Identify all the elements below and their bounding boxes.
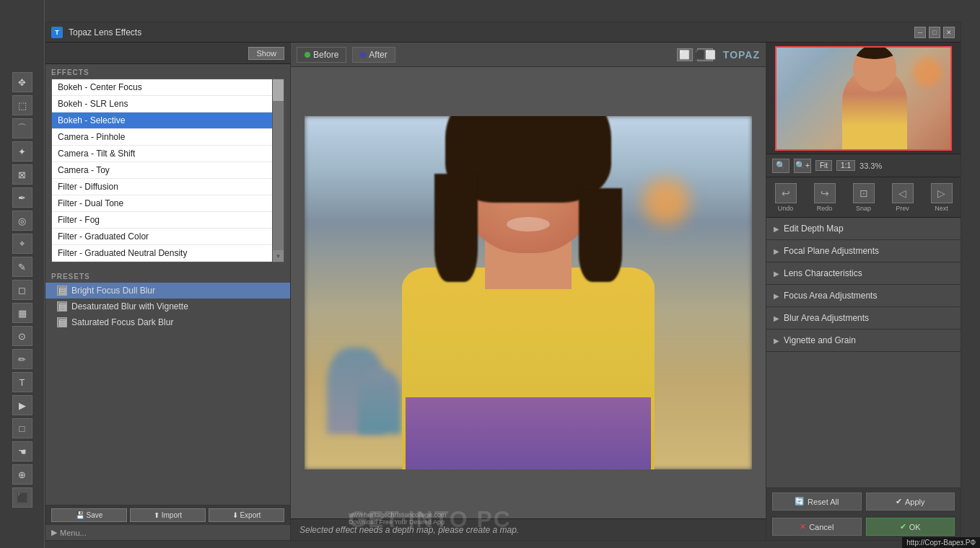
tool-spot-heal[interactable]: ◎	[12, 211, 32, 231]
close-button[interactable]: ✕	[943, 27, 955, 38]
tool-dodge[interactable]: ⊙	[12, 326, 32, 346]
maximize-button[interactable]: □	[929, 27, 940, 38]
ok-button[interactable]: ✔ OK	[866, 518, 955, 536]
ok-check-icon: ✔	[900, 522, 906, 531]
menu-button[interactable]: ▶ Menu...	[45, 525, 290, 540]
next-label: Next	[935, 205, 948, 212]
tool-move[interactable]: ✥	[12, 72, 32, 92]
tool-gradient[interactable]: ▦	[12, 303, 32, 323]
single-view-icon[interactable]: ⬜	[677, 48, 693, 61]
preset-desaturated[interactable]: ▤ Desaturated Blur with Vignette	[45, 299, 290, 314]
left-panel: Show EFFECTS Bokeh - Center Focus Bokeh …	[45, 43, 291, 540]
canvas-toolbar: Before After ⬜ ⬛⬜ TOPAZ	[291, 43, 766, 67]
preset-saturated-focus[interactable]: ▤ Saturated Focus Dark Blur	[45, 314, 290, 330]
edit-depth-map-header[interactable]: ▶ Edit Depth Map	[766, 218, 961, 239]
focus-area-header[interactable]: ▶ Focus Area Adjustments	[766, 285, 961, 306]
accordion-arrow-3: ▶	[774, 270, 779, 278]
snap-label: Snap	[856, 205, 871, 212]
edit-depth-map-title: Edit Depth Map	[784, 224, 844, 234]
show-button[interactable]: Show	[248, 47, 284, 60]
accordion-arrow-6: ▶	[774, 337, 779, 345]
snap-button[interactable]: ⊡ Snap	[847, 180, 880, 215]
effect-bokeh-slr[interactable]: Bokeh - SLR Lens	[52, 96, 272, 112]
status-text: Selected effect needs a depth map, pleas…	[299, 525, 519, 535]
preset-bright-focus[interactable]: ▤ Bright Focus Dull Blur	[45, 283, 290, 299]
tool-shape[interactable]: □	[12, 418, 32, 438]
tool-select[interactable]: ⬚	[12, 95, 32, 115]
effect-camera-tilt-shift[interactable]: Camera - Tilt & Shift	[52, 146, 272, 162]
effect-filter-dual-tone[interactable]: Filter - Dual Tone	[52, 195, 272, 212]
thumbnail-image	[775, 46, 952, 151]
app-title: Topaz Lens Effects	[69, 27, 909, 37]
vignette-title: Vignette and Grain	[784, 335, 856, 345]
cancel-ok-row: ✕ Cancel ✔ OK	[766, 515, 961, 540]
before-button[interactable]: Before	[297, 47, 346, 63]
vignette-header[interactable]: ▶ Vignette and Grain	[766, 330, 961, 351]
reset-all-button[interactable]: 🔄 Reset All	[772, 492, 862, 511]
accordion-arrow-1: ▶	[774, 225, 779, 233]
cancel-x-icon: ✕	[800, 522, 806, 531]
scroll-thumb[interactable]	[273, 79, 284, 101]
focal-plane-header[interactable]: ▶ Focal Plane Adjustments	[766, 240, 961, 262]
tool-fg-bg[interactable]: ⬛	[12, 487, 32, 508]
download-text: Download Free Your Desired App	[349, 518, 447, 526]
effect-filter-diffusion[interactable]: Filter - Diffusion	[52, 179, 272, 195]
blur-area-header[interactable]: ▶ Blur Area Adjustments	[766, 307, 961, 329]
title-bar: T Topaz Lens Effects ─ □ ✕	[45, 22, 961, 43]
apply-button[interactable]: ✔ Apply	[866, 492, 955, 511]
tool-eyedropper[interactable]: ✒	[12, 187, 32, 208]
effects-scrollbar[interactable]: ▲ ▼	[273, 79, 284, 262]
presets-label: PRESETS	[45, 268, 290, 283]
effects-list-wrapper: Bokeh - Center Focus Bokeh - SLR Lens Bo…	[51, 79, 284, 262]
scroll-down-arrow[interactable]: ▼	[273, 250, 284, 262]
canvas-area: Before After ⬜ ⬛⬜ TOPAZ	[291, 43, 766, 540]
tool-brush[interactable]: ⌖	[12, 234, 32, 254]
undo-button[interactable]: ↩ Undo	[769, 180, 802, 215]
next-icon: ▷	[931, 183, 953, 203]
tool-crop[interactable]: ⊠	[12, 164, 32, 185]
tool-pen[interactable]: ✏	[12, 349, 32, 369]
save-button[interactable]: 💾 Save	[51, 508, 127, 522]
effect-camera-toy[interactable]: Camera - Toy	[52, 162, 272, 179]
preset-bright-focus-label: Bright Focus Dull Blur	[71, 286, 155, 296]
cancel-button[interactable]: ✕ Cancel	[772, 518, 862, 536]
tool-zoom[interactable]: ⊕	[12, 464, 32, 485]
zoom-1-1-button[interactable]: 1:1	[836, 160, 855, 171]
plugin-window: T Topaz Lens Effects ─ □ ✕ Show EFFECTS …	[45, 22, 961, 541]
zoom-controls: 🔍 🔍+ Fit 1:1 33.3%	[766, 154, 961, 177]
tool-lasso[interactable]: ⌒	[12, 118, 32, 138]
import-button[interactable]: ⬆ Import	[130, 508, 206, 522]
tool-path-select[interactable]: ▶	[12, 395, 32, 415]
tool-text[interactable]: T	[12, 372, 32, 392]
focal-plane-title: Focal Plane Adjustments	[784, 246, 879, 256]
apply-label: Apply	[905, 498, 925, 506]
accordion-arrow-5: ▶	[774, 314, 779, 322]
zoom-out-button[interactable]: 🔍	[772, 159, 789, 173]
split-view-icon[interactable]: ⬛⬜	[697, 48, 713, 61]
prev-button[interactable]: ◁ Prev	[886, 180, 919, 215]
lens-char-header[interactable]: ▶ Lens Characteristics	[766, 262, 961, 284]
tool-magic-wand[interactable]: ✦	[12, 141, 32, 162]
topaz-logo: TOPAZ	[723, 49, 760, 61]
redo-button[interactable]: ↪ Redo	[808, 180, 841, 215]
next-button[interactable]: ▷ Next	[925, 180, 958, 215]
effect-camera-pinhole[interactable]: Camera - Pinhole	[52, 129, 272, 146]
effect-bokeh-center[interactable]: Bokeh - Center Focus	[52, 79, 272, 96]
tool-clone[interactable]: ✎	[12, 257, 32, 277]
effect-filter-grad-neutral[interactable]: Filter - Graduated Neutral Density	[52, 245, 272, 262]
after-button[interactable]: After	[352, 47, 395, 63]
effect-filter-fog[interactable]: Filter - Fog	[52, 212, 272, 229]
thumbnail-preview	[766, 43, 961, 154]
effect-filter-grad-color[interactable]: Filter - Graduated Color	[52, 229, 272, 245]
website-bar: www.heritagechristiancollege.com Downloa…	[349, 511, 447, 526]
focus-area-title: Focus Area Adjustments	[784, 291, 877, 301]
tool-hand[interactable]: ☚	[12, 441, 32, 461]
tool-eraser[interactable]: ◻	[12, 280, 32, 300]
zoom-fit-button[interactable]: Fit	[815, 160, 832, 171]
export-button[interactable]: ⬇ Export	[209, 508, 284, 522]
zoom-in-button[interactable]: 🔍+	[794, 159, 811, 173]
minimize-button[interactable]: ─	[914, 27, 926, 38]
effect-bokeh-selective[interactable]: Bokeh - Selective	[52, 112, 272, 129]
action-row: 🔄 Reset All ✔ Apply	[766, 488, 961, 515]
main-content: Show EFFECTS Bokeh - Center Focus Bokeh …	[45, 43, 961, 540]
